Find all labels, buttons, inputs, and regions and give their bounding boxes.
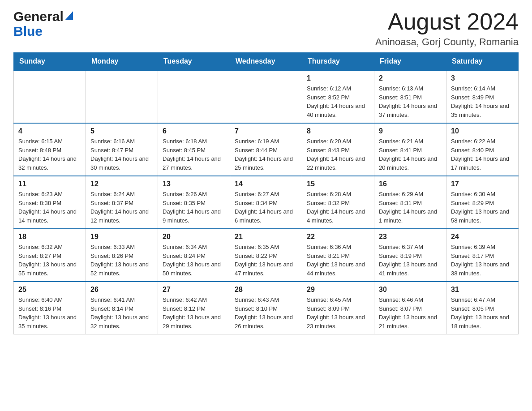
day-info-10: Sunrise: 6:22 AMSunset: 8:40 PMDaylight:… xyxy=(451,137,514,172)
day-number-24: 24 xyxy=(451,233,514,241)
logo-general: General xyxy=(13,9,64,24)
day-info-4: Sunrise: 6:15 AMSunset: 8:48 PMDaylight:… xyxy=(18,137,81,172)
cell-w2-d6: 9Sunrise: 6:21 AMSunset: 8:41 PMDaylight… xyxy=(374,123,446,176)
cell-w1-d1 xyxy=(14,70,86,123)
svg-marker-0 xyxy=(65,11,73,20)
cell-w3-d6: 16Sunrise: 6:29 AMSunset: 8:31 PMDayligh… xyxy=(374,176,446,229)
calendar-header-row: Sunday Monday Tuesday Wednesday Thursday… xyxy=(14,53,519,71)
day-number-9: 9 xyxy=(379,127,442,135)
cell-w2-d5: 8Sunrise: 6:20 AMSunset: 8:43 PMDaylight… xyxy=(302,123,374,176)
cell-w4-d1: 18Sunrise: 6:32 AMSunset: 8:27 PMDayligh… xyxy=(14,229,86,282)
day-info-31: Sunrise: 6:47 AMSunset: 8:05 PMDaylight:… xyxy=(451,295,514,330)
cell-w1-d6: 2Sunrise: 6:13 AMSunset: 8:51 PMDaylight… xyxy=(374,70,446,123)
col-header-friday: Friday xyxy=(374,53,446,71)
cell-w2-d1: 4Sunrise: 6:15 AMSunset: 8:48 PMDaylight… xyxy=(14,123,86,176)
cell-w3-d1: 11Sunrise: 6:23 AMSunset: 8:38 PMDayligh… xyxy=(14,176,86,229)
cell-w4-d7: 24Sunrise: 6:39 AMSunset: 8:17 PMDayligh… xyxy=(446,229,519,282)
cell-w4-d6: 23Sunrise: 6:37 AMSunset: 8:19 PMDayligh… xyxy=(374,229,446,282)
day-info-29: Sunrise: 6:45 AMSunset: 8:09 PMDaylight:… xyxy=(307,295,369,330)
cell-w5-d2: 26Sunrise: 6:41 AMSunset: 8:14 PMDayligh… xyxy=(86,282,158,334)
cell-w2-d7: 10Sunrise: 6:22 AMSunset: 8:40 PMDayligh… xyxy=(446,123,519,176)
day-info-14: Sunrise: 6:27 AMSunset: 8:34 PMDaylight:… xyxy=(235,190,297,225)
day-info-28: Sunrise: 6:43 AMSunset: 8:10 PMDaylight:… xyxy=(235,295,297,330)
logo-triangle-icon xyxy=(65,12,73,21)
day-number-13: 13 xyxy=(163,180,225,188)
day-number-3: 3 xyxy=(451,74,514,82)
cell-w2-d2: 5Sunrise: 6:16 AMSunset: 8:47 PMDaylight… xyxy=(86,123,158,176)
cell-w5-d7: 31Sunrise: 6:47 AMSunset: 8:05 PMDayligh… xyxy=(446,282,519,334)
cell-w1-d3 xyxy=(158,70,230,123)
cell-w3-d3: 13Sunrise: 6:26 AMSunset: 8:35 PMDayligh… xyxy=(158,176,230,229)
day-number-27: 27 xyxy=(163,286,225,294)
day-number-1: 1 xyxy=(307,74,369,82)
cell-w4-d4: 21Sunrise: 6:35 AMSunset: 8:22 PMDayligh… xyxy=(230,229,302,282)
day-number-28: 28 xyxy=(235,286,297,294)
day-number-30: 30 xyxy=(379,286,442,294)
day-number-7: 7 xyxy=(235,127,297,135)
day-number-31: 31 xyxy=(451,286,514,294)
day-number-20: 20 xyxy=(163,233,225,241)
day-number-18: 18 xyxy=(18,233,81,241)
day-info-3: Sunrise: 6:14 AMSunset: 8:49 PMDaylight:… xyxy=(451,84,514,119)
day-info-12: Sunrise: 6:24 AMSunset: 8:37 PMDaylight:… xyxy=(90,190,153,225)
day-number-26: 26 xyxy=(90,286,153,294)
day-info-17: Sunrise: 6:30 AMSunset: 8:29 PMDaylight:… xyxy=(451,190,514,225)
logo: General Blue xyxy=(13,9,72,39)
cell-w2-d3: 6Sunrise: 6:18 AMSunset: 8:45 PMDaylight… xyxy=(158,123,230,176)
day-number-19: 19 xyxy=(90,233,153,241)
day-number-15: 15 xyxy=(307,180,369,188)
cell-w3-d4: 14Sunrise: 6:27 AMSunset: 8:34 PMDayligh… xyxy=(230,176,302,229)
day-number-23: 23 xyxy=(379,233,442,241)
cell-w5-d6: 30Sunrise: 6:46 AMSunset: 8:07 PMDayligh… xyxy=(374,282,446,334)
day-number-25: 25 xyxy=(18,286,81,294)
day-info-27: Sunrise: 6:42 AMSunset: 8:12 PMDaylight:… xyxy=(163,295,225,330)
week-row-5: 25Sunrise: 6:40 AMSunset: 8:16 PMDayligh… xyxy=(14,282,519,334)
cell-w4-d2: 19Sunrise: 6:33 AMSunset: 8:26 PMDayligh… xyxy=(86,229,158,282)
day-info-20: Sunrise: 6:34 AMSunset: 8:24 PMDaylight:… xyxy=(163,243,225,278)
day-number-14: 14 xyxy=(235,180,297,188)
day-info-9: Sunrise: 6:21 AMSunset: 8:41 PMDaylight:… xyxy=(379,137,442,172)
day-info-26: Sunrise: 6:41 AMSunset: 8:14 PMDaylight:… xyxy=(90,295,153,330)
day-info-19: Sunrise: 6:33 AMSunset: 8:26 PMDaylight:… xyxy=(90,243,153,278)
day-info-1: Sunrise: 6:12 AMSunset: 8:52 PMDaylight:… xyxy=(307,84,369,119)
day-info-6: Sunrise: 6:18 AMSunset: 8:45 PMDaylight:… xyxy=(163,137,225,172)
col-header-monday: Monday xyxy=(86,53,158,71)
day-number-4: 4 xyxy=(18,127,81,135)
col-header-wednesday: Wednesday xyxy=(230,53,302,71)
day-number-12: 12 xyxy=(90,180,153,188)
cell-w1-d7: 3Sunrise: 6:14 AMSunset: 8:49 PMDaylight… xyxy=(446,70,519,123)
cell-w5-d1: 25Sunrise: 6:40 AMSunset: 8:16 PMDayligh… xyxy=(14,282,86,334)
day-info-11: Sunrise: 6:23 AMSunset: 8:38 PMDaylight:… xyxy=(18,190,81,225)
col-header-tuesday: Tuesday xyxy=(158,53,230,71)
cell-w3-d5: 15Sunrise: 6:28 AMSunset: 8:32 PMDayligh… xyxy=(302,176,374,229)
week-row-1: 1Sunrise: 6:12 AMSunset: 8:52 PMDaylight… xyxy=(14,70,519,123)
day-number-8: 8 xyxy=(307,127,369,135)
col-header-saturday: Saturday xyxy=(446,53,519,71)
day-number-11: 11 xyxy=(18,180,81,188)
day-info-2: Sunrise: 6:13 AMSunset: 8:51 PMDaylight:… xyxy=(379,84,442,119)
cell-w5-d5: 29Sunrise: 6:45 AMSunset: 8:09 PMDayligh… xyxy=(302,282,374,334)
day-info-16: Sunrise: 6:29 AMSunset: 8:31 PMDaylight:… xyxy=(379,190,442,225)
day-number-10: 10 xyxy=(451,127,514,135)
cell-w2-d4: 7Sunrise: 6:19 AMSunset: 8:44 PMDaylight… xyxy=(230,123,302,176)
cell-w3-d2: 12Sunrise: 6:24 AMSunset: 8:37 PMDayligh… xyxy=(86,176,158,229)
cell-w3-d7: 17Sunrise: 6:30 AMSunset: 8:29 PMDayligh… xyxy=(446,176,519,229)
title-block: August 2024 Aninoasa, Gorj County, Roman… xyxy=(375,9,519,48)
day-number-6: 6 xyxy=(163,127,225,135)
week-row-2: 4Sunrise: 6:15 AMSunset: 8:48 PMDaylight… xyxy=(14,123,519,176)
page-title: August 2024 xyxy=(375,9,519,34)
cell-w5-d4: 28Sunrise: 6:43 AMSunset: 8:10 PMDayligh… xyxy=(230,282,302,334)
cell-w4-d5: 22Sunrise: 6:36 AMSunset: 8:21 PMDayligh… xyxy=(302,229,374,282)
day-number-29: 29 xyxy=(307,286,369,294)
cell-w1-d5: 1Sunrise: 6:12 AMSunset: 8:52 PMDaylight… xyxy=(302,70,374,123)
week-row-4: 18Sunrise: 6:32 AMSunset: 8:27 PMDayligh… xyxy=(14,229,519,282)
day-info-30: Sunrise: 6:46 AMSunset: 8:07 PMDaylight:… xyxy=(379,295,442,330)
page-header: General Blue August 2024 Aninoasa, Gorj … xyxy=(13,9,519,48)
day-number-17: 17 xyxy=(451,180,514,188)
cell-w4-d3: 20Sunrise: 6:34 AMSunset: 8:24 PMDayligh… xyxy=(158,229,230,282)
day-number-2: 2 xyxy=(379,74,442,82)
day-info-7: Sunrise: 6:19 AMSunset: 8:44 PMDaylight:… xyxy=(235,137,297,172)
cell-w1-d2 xyxy=(86,70,158,123)
calendar-table: Sunday Monday Tuesday Wednesday Thursday… xyxy=(13,52,519,334)
day-info-25: Sunrise: 6:40 AMSunset: 8:16 PMDaylight:… xyxy=(18,295,81,330)
